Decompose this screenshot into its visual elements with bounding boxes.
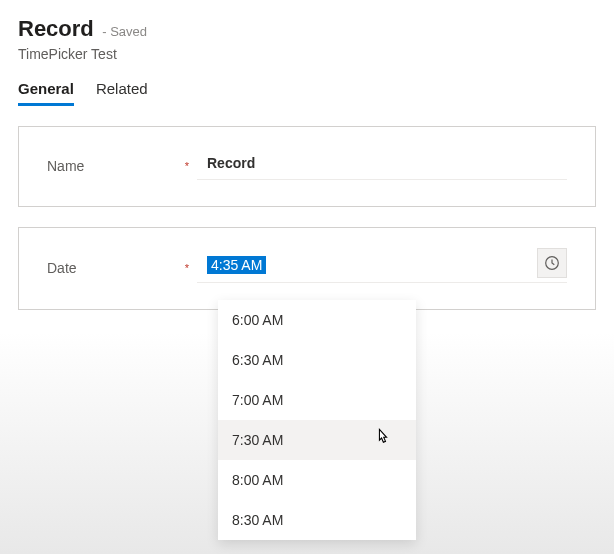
tab-general[interactable]: General	[18, 80, 74, 106]
name-label-text: Name	[47, 158, 84, 174]
record-title: Record	[18, 16, 94, 41]
tab-related[interactable]: Related	[96, 80, 148, 106]
field-label-name: Name *	[47, 158, 197, 174]
save-status: - Saved	[102, 24, 147, 39]
time-option-0600[interactable]: 6:00 AM	[218, 300, 416, 340]
time-value-selected: 4:35 AM	[207, 256, 266, 274]
required-marker-name: *	[185, 160, 189, 172]
section-name: Name * Record	[18, 126, 596, 207]
cursor-pointer-icon	[374, 428, 392, 452]
time-input[interactable]: 4:35 AM	[197, 252, 567, 283]
field-row-name: Name * Record	[47, 151, 567, 180]
time-option-0830[interactable]: 8:30 AM	[218, 500, 416, 540]
field-row-date: Date * 4:35 AM	[47, 252, 567, 283]
time-option-0730[interactable]: 7:30 AM	[218, 420, 416, 460]
required-marker-date: *	[185, 262, 189, 274]
clock-icon	[544, 255, 560, 271]
time-option-0730-label: 7:30 AM	[232, 432, 283, 448]
time-option-0630[interactable]: 6:30 AM	[218, 340, 416, 380]
field-label-date: Date *	[47, 260, 197, 276]
time-dropdown[interactable]: 6:00 AM 6:30 AM 7:00 AM 7:30 AM 8:00 AM …	[218, 300, 416, 540]
name-value: Record	[207, 155, 255, 171]
page-header: Record - Saved TimePicker Test	[18, 16, 596, 62]
time-option-0800[interactable]: 8:00 AM	[218, 460, 416, 500]
section-date: Date * 4:35 AM	[18, 227, 596, 310]
time-option-0700[interactable]: 7:00 AM	[218, 380, 416, 420]
entity-subtitle: TimePicker Test	[18, 46, 596, 62]
name-input[interactable]: Record	[197, 151, 567, 180]
time-picker-button[interactable]	[537, 248, 567, 278]
tab-bar: General Related	[18, 80, 596, 106]
date-label-text: Date	[47, 260, 77, 276]
